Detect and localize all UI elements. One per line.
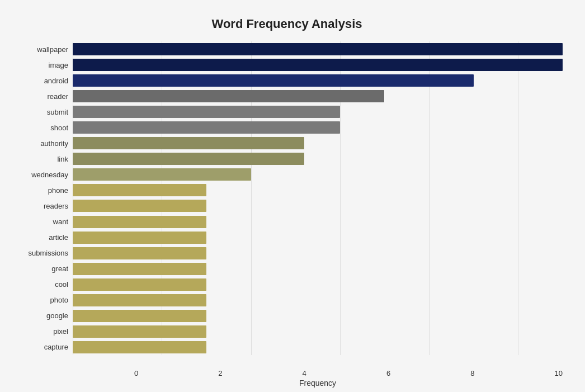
y-label: image (49, 62, 68, 69)
y-label: reader (47, 93, 68, 100)
y-label: wednesday (31, 171, 68, 178)
chart-container: Word Frequency Analysis wallpaperimagean… (6, 6, 579, 392)
bar (73, 310, 206, 322)
y-label: want (53, 218, 68, 225)
y-label: google (46, 312, 68, 319)
bar (73, 43, 563, 55)
bar-row (73, 88, 563, 104)
y-label: phone (48, 187, 68, 194)
y-label: android (44, 77, 68, 84)
bar-row (73, 292, 563, 308)
bar-row (73, 245, 563, 261)
y-label: authority (40, 140, 68, 147)
bar (73, 216, 206, 228)
bar (73, 341, 206, 353)
y-label: pixel (53, 328, 68, 335)
bar (73, 278, 206, 291)
bar-row (73, 308, 563, 324)
x-tick: 6 (386, 369, 390, 377)
y-label: capture (44, 343, 68, 351)
bar-row (73, 135, 563, 151)
bar-row (73, 57, 563, 73)
y-labels: wallpaperimageandroidreadersubmitshootau… (11, 41, 73, 355)
bar-row (73, 230, 563, 245)
y-label: submissions (28, 249, 68, 257)
bar-row (73, 73, 563, 88)
bar (73, 59, 563, 71)
bar-row (73, 182, 563, 198)
x-axis: 0246810 (134, 369, 563, 377)
bar (73, 121, 340, 134)
y-label: article (49, 234, 68, 241)
y-label: cool (55, 281, 68, 288)
bar-row (73, 167, 563, 182)
y-label: photo (50, 296, 68, 304)
x-tick: 2 (218, 369, 222, 377)
x-tick: 8 (470, 369, 474, 377)
bar-row (73, 277, 563, 292)
x-tick: 4 (303, 369, 306, 377)
y-label: great (51, 265, 68, 272)
y-label: submit (47, 108, 68, 116)
bar (73, 137, 304, 149)
bar-row (73, 261, 563, 277)
bars-and-grid: 0246810 Frequency (73, 41, 563, 355)
bar (73, 168, 251, 181)
bar (73, 184, 206, 196)
bar-row (73, 151, 563, 167)
bar (73, 247, 206, 259)
chart-title: Word Frequency Analysis (11, 17, 563, 31)
bar-row (73, 104, 563, 120)
bar (73, 74, 474, 87)
bar-row (73, 324, 563, 339)
bar-row (73, 339, 563, 355)
bar (73, 90, 384, 102)
bar-row (73, 214, 563, 230)
bar (73, 232, 206, 244)
y-label: shoot (50, 124, 68, 131)
bar (73, 153, 304, 165)
y-label: link (57, 155, 68, 163)
bar-row (73, 41, 563, 57)
bar-row (73, 198, 563, 214)
y-label: wallpaper (37, 46, 68, 53)
bar (73, 325, 206, 338)
x-tick: 10 (554, 369, 562, 377)
chart-area: wallpaperimageandroidreadersubmitshootau… (11, 41, 563, 355)
bar (73, 106, 340, 118)
bar (73, 294, 206, 306)
bar-row (73, 120, 563, 135)
x-axis-label: Frequency (73, 379, 563, 388)
x-tick: 0 (134, 369, 138, 377)
bar (73, 200, 206, 212)
y-label: readers (44, 202, 68, 210)
bar (73, 263, 206, 275)
